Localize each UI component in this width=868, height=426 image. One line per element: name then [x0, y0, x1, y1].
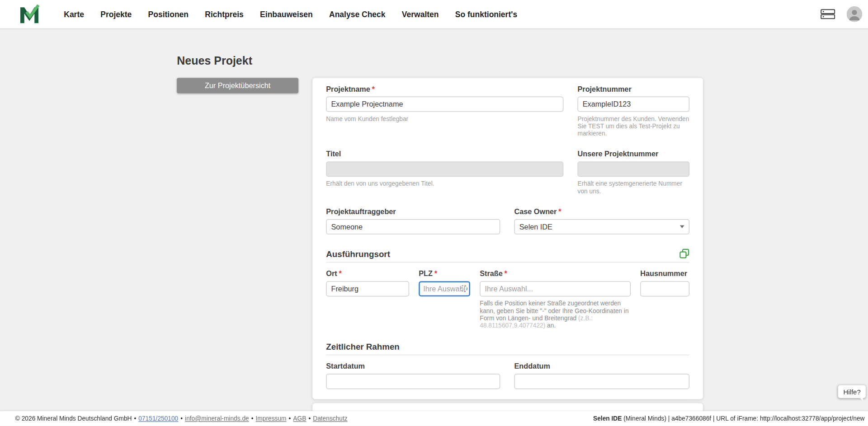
footer-left: © 2026 Mineral Minds Deutschland GmbH • … — [15, 415, 348, 422]
plz-label-text: PLZ — [419, 269, 433, 278]
projektauftraggeber-label: Projektauftraggeber — [326, 207, 500, 216]
nav-item-karte[interactable]: Karte — [64, 9, 84, 19]
field-projektauftraggeber: Projektauftraggeber — [326, 207, 500, 234]
nav-item-verwalten[interactable]: Verwalten — [402, 9, 439, 19]
strasse-input[interactable] — [480, 281, 631, 297]
ort-label: Ort* — [326, 269, 409, 278]
projektnummer-hint: Projektnummer des Kunden. Verwenden Sie … — [578, 115, 690, 137]
projektname-hint: Name vom Kunden festlegbar — [326, 115, 563, 122]
enddatum-input[interactable] — [514, 374, 690, 389]
section-title-ausfuehrungsort: Ausführungsort — [326, 249, 390, 258]
strasse-label: Straße* — [480, 269, 631, 278]
nav-item-positionen[interactable]: Positionen — [148, 9, 189, 19]
ort-label-text: Ort — [326, 269, 337, 278]
brand-logo[interactable] — [19, 5, 40, 24]
field-hausnummer: Hausnummer — [640, 269, 689, 329]
required-marker: * — [558, 207, 561, 216]
chevron-down-icon — [680, 225, 684, 228]
startdatum-input[interactable] — [326, 374, 500, 389]
separator: • — [308, 415, 311, 422]
titel-label: Titel — [326, 150, 563, 158]
divider — [326, 355, 689, 355]
main-nav: Karte Projekte Positionen Richtpreis Ein… — [64, 9, 517, 19]
field-projektnummer: Projektnummer Projektnummer des Kunden. … — [578, 85, 690, 137]
case-owner-label-text: Case Owner — [514, 207, 557, 216]
form-row-location: Ort* PLZ* Straße* Falls die Position kei… — [326, 269, 689, 329]
email-link[interactable]: info@mineral-minds.de — [185, 415, 249, 422]
projektauftraggeber-input[interactable] — [326, 219, 500, 234]
form-row-dates: Startdatum Enddatum — [326, 362, 689, 389]
unsere-projektnummer-input — [578, 162, 690, 177]
separator: • — [251, 415, 254, 422]
ort-input[interactable] — [326, 281, 409, 297]
loading-spinner-icon — [460, 285, 468, 293]
unsere-projektnummer-hint: Erhält eine systemgenerierte Nummer von … — [578, 180, 690, 195]
section-ausfuehrungsort-header: Ausführungsort — [326, 248, 689, 259]
app-window: Karte Projekte Positionen Richtpreis Ein… — [0, 0, 868, 426]
required-marker: * — [339, 269, 341, 278]
field-titel: Titel Erhält den von uns vorgegebenen Ti… — [326, 150, 563, 195]
session-info: Selen IDE (Mineral Minds) | a4be7366086f… — [593, 415, 865, 422]
agb-link[interactable]: AGB — [293, 415, 306, 422]
plz-label: PLZ* — [419, 269, 470, 278]
copy-icon[interactable] — [679, 248, 690, 259]
field-case-owner: Case Owner* Selen IDE — [514, 207, 690, 234]
strasse-hint-main: Falls die Position keiner Straße zugeord… — [480, 300, 628, 322]
projektnummer-label: Projektnummer — [578, 85, 690, 94]
startdatum-label: Startdatum — [326, 362, 500, 370]
impressum-link[interactable]: Impressum — [256, 415, 287, 422]
nav-item-so-funktionierts[interactable]: So funktioniert's — [455, 9, 517, 19]
section-zeitlicher-rahmen-header: Zeitlicher Rahmen — [326, 341, 689, 352]
footer: © 2026 Mineral Minds Deutschland GmbH • … — [0, 411, 868, 426]
titel-input — [326, 162, 563, 177]
strasse-label-text: Straße — [480, 269, 503, 278]
required-marker: * — [505, 269, 507, 278]
required-marker: * — [372, 85, 375, 94]
hausnummer-label: Hausnummer — [640, 269, 689, 278]
nav-item-einbauweisen[interactable]: Einbauweisen — [260, 9, 313, 19]
unsere-projektnummer-label: Unsere Projektnummer — [578, 150, 690, 158]
help-button[interactable]: Hilfe? — [838, 385, 866, 398]
avatar[interactable] — [847, 6, 863, 22]
mineral-minds-logo-icon — [19, 5, 40, 24]
form-row-auftraggeber-owner: Projektauftraggeber Case Owner* Selen ID… — [326, 207, 689, 234]
field-unsere-projektnummer: Unsere Projektnummer Erhält eine systemg… — [578, 150, 690, 195]
separator: • — [289, 415, 291, 422]
projektname-input[interactable] — [326, 97, 563, 112]
server-icon[interactable] — [821, 9, 835, 19]
case-owner-select[interactable]: Selen IDE — [514, 219, 690, 234]
separator: • — [180, 415, 183, 422]
session-user: Selen IDE — [593, 415, 622, 422]
projektname-label-text: Projektname — [326, 85, 370, 94]
project-form-card: Projektname* Name vom Kunden festlegbar … — [312, 78, 703, 399]
form-row-titel-unsere: Titel Erhält den von uns vorgegebenen Ti… — [326, 150, 689, 195]
projektnummer-input[interactable] — [578, 97, 690, 112]
strasse-hint: Falls die Position keiner Straße zugeord… — [480, 300, 631, 329]
field-strasse: Straße* Falls die Position keiner Straße… — [480, 269, 631, 329]
datenschutz-link[interactable]: Datenschutz — [313, 415, 347, 422]
plz-input-wrapper — [419, 281, 470, 297]
enddatum-label: Enddatum — [514, 362, 690, 370]
field-ort: Ort* — [326, 269, 409, 329]
back-to-projects-button[interactable]: Zur Projektübersicht — [177, 78, 298, 94]
top-nav: Karte Projekte Positionen Richtpreis Ein… — [0, 0, 868, 28]
projektname-label: Projektname* — [326, 85, 563, 94]
field-enddatum: Enddatum — [514, 362, 690, 389]
field-projektname: Projektname* Name vom Kunden festlegbar — [326, 85, 563, 137]
titel-hint: Erhält den von uns vorgegebenen Titel. — [326, 180, 563, 187]
page-title: Neues Projekt — [177, 54, 252, 67]
phone-link[interactable]: 07151/250100 — [138, 415, 178, 422]
separator: • — [134, 415, 137, 422]
section-title-zeitlicher-rahmen: Zeitlicher Rahmen — [326, 342, 400, 351]
divider — [326, 262, 689, 262]
field-startdatum: Startdatum — [326, 362, 500, 389]
case-owner-label: Case Owner* — [514, 207, 690, 216]
nav-item-analyse-check[interactable]: Analyse Check — [329, 9, 386, 19]
nav-item-projekte[interactable]: Projekte — [100, 9, 132, 19]
form-row-name-number: Projektname* Name vom Kunden festlegbar … — [326, 85, 689, 137]
case-owner-value: Selen IDE — [519, 223, 552, 231]
hausnummer-input[interactable] — [640, 281, 689, 297]
copyright-text: © 2026 Mineral Minds Deutschland GmbH — [15, 415, 132, 422]
nav-right-actions — [821, 6, 863, 22]
nav-item-richtpreis[interactable]: Richtpreis — [205, 9, 244, 19]
